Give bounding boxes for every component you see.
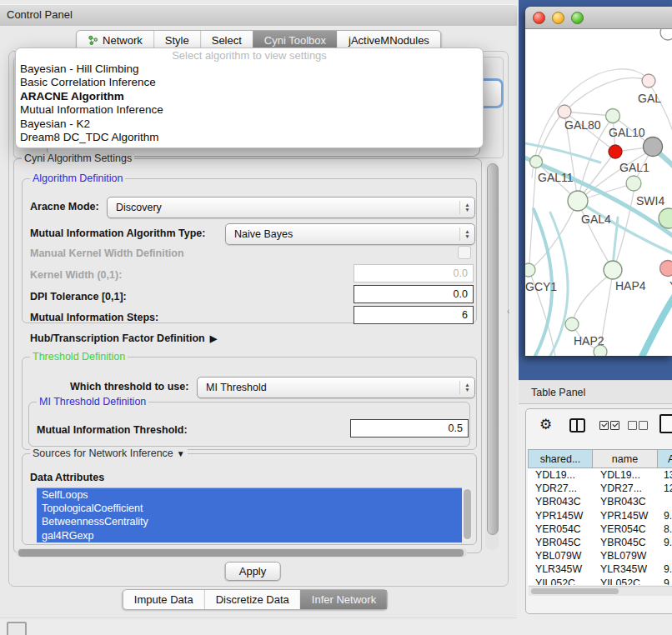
- mi-steps-field[interactable]: 6: [354, 306, 474, 324]
- network-node[interactable]: [594, 345, 607, 356]
- network-node-swi4[interactable]: [626, 176, 641, 191]
- node-label: GAL11: [538, 171, 574, 184]
- table-row-ydl19[interactable]: YDL19...YDL19...13: [528, 468, 672, 482]
- network-edge[interactable]: [532, 201, 578, 268]
- tab-impute-data[interactable]: Impute Data: [123, 590, 204, 609]
- node-label: GAL80: [564, 118, 601, 132]
- table-row-yer054c[interactable]: YER054CYER054C8.: [528, 522, 672, 536]
- collapsed-panel-button[interactable]: [7, 622, 27, 635]
- manual-kernel-width-label: Manual Kernel Width Definition: [30, 248, 184, 259]
- tab-discretize-data[interactable]: Discretize Data: [204, 590, 300, 609]
- table-panel-titlebar[interactable]: Table Panel: [519, 380, 672, 404]
- close-traffic-light-icon[interactable]: [533, 12, 545, 24]
- network-canvas[interactable]: GALGAL80GAL10GAL1SWI4GAL11GAL4GCY1HAP4YH…: [525, 29, 672, 356]
- export-table-icon[interactable]: [659, 414, 672, 433]
- network-node-hap4[interactable]: [604, 261, 622, 279]
- column-header-shared[interactable]: shared...: [528, 449, 593, 468]
- network-node-gal[interactable]: [642, 74, 655, 88]
- table-row-yil052c[interactable]: YIL052CYIL052C9.: [528, 577, 672, 586]
- network-window-titlebar[interactable]: [525, 7, 672, 29]
- table-cell: 9.: [658, 578, 672, 585]
- algorithm-dropdown-list: Bayesian - Hill ClimbingBasic Correlatio…: [16, 62, 483, 144]
- network-edge[interactable]: [642, 292, 672, 356]
- table-row-ydr27[interactable]: YDR27...YDR27...12: [528, 482, 672, 495]
- sources-title[interactable]: Sources for Network Inference▼: [30, 448, 188, 459]
- kernel-width-field[interactable]: 0.0: [354, 264, 474, 282]
- algorithm-item-dream8-dc-tdc-algorithm[interactable]: Dream8 DC_TDC Algorithm: [16, 131, 483, 144]
- algorithm-item-basic-correlation-inference[interactable]: Basic Correlation Inference: [16, 76, 483, 89]
- network-node-gal11[interactable]: [530, 156, 543, 168]
- control-panel-titlebar[interactable]: [0, 4, 517, 28]
- tab-label: Infer Network: [312, 593, 376, 606]
- table-horizontal-scrollbar[interactable]: [529, 586, 672, 596]
- deselect-all-checkbox-icon[interactable]: [639, 421, 648, 430]
- apply-button[interactable]: Apply: [225, 562, 281, 581]
- network-node[interactable]: [644, 138, 663, 157]
- show-columns-icon[interactable]: [569, 418, 585, 432]
- network-node-gal1[interactable]: [609, 145, 622, 158]
- tab-label: Discretize Data: [216, 593, 289, 606]
- table-cell: YBR045C: [528, 537, 593, 548]
- table-panel: ⚙ shared...nameA YDL19...YDL19...13YDR27…: [525, 408, 672, 614]
- manual-kernel-width-checkbox[interactable]: [458, 246, 471, 259]
- deselect-all-checkbox-icon[interactable]: [628, 421, 637, 430]
- horizontal-scrollbar-thumb[interactable]: [18, 549, 464, 557]
- network-node-gal10[interactable]: [606, 109, 620, 123]
- network-node-y[interactable]: [660, 261, 672, 277]
- attribute-item-gal4rgexp[interactable]: gal4RGexp: [37, 529, 462, 542]
- network-edge[interactable]: [536, 113, 563, 162]
- horizontal-scrollbar[interactable]: [17, 548, 467, 558]
- select-all-checkbox-icon[interactable]: [610, 421, 619, 430]
- attributes-scrollbar[interactable]: [462, 488, 473, 542]
- attribute-item-selfloops[interactable]: SelfLoops: [37, 488, 462, 502]
- dpi-tolerance-field[interactable]: 0.0: [354, 285, 474, 303]
- column-header-a[interactable]: A: [658, 449, 672, 468]
- minimize-traffic-light-icon[interactable]: [552, 12, 564, 24]
- table-cell: YIL052C: [593, 578, 658, 585]
- network-node-hap2[interactable]: [565, 318, 579, 331]
- table-cell: YLR345W: [528, 563, 593, 575]
- mi-threshold-field[interactable]: 0.5: [350, 419, 469, 438]
- tab-infer-network[interactable]: Infer Network: [300, 590, 387, 609]
- combo-stepper-icon: ▲▼: [459, 228, 474, 242]
- algorithm-item-mutual-information-inference[interactable]: Mutual Information Inference: [16, 103, 483, 117]
- which-threshold-combo[interactable]: MI Threshold ▲▼: [197, 377, 475, 398]
- network-window[interactable]: GALGAL80GAL10GAL1SWI4GAL11GAL4GCY1HAP4YH…: [525, 7, 672, 356]
- mi-algorithm-type-combo[interactable]: Naive Bayes ▲▼: [225, 223, 475, 245]
- zoom-traffic-light-icon[interactable]: [571, 12, 584, 24]
- network-edge[interactable]: [649, 82, 672, 134]
- aracne-mode-combo[interactable]: Discovery ▲▼: [107, 197, 475, 218]
- splitter-handle[interactable]: ‹: [507, 307, 509, 316]
- algorithm-item-bayesian-hill-climbing[interactable]: Bayesian - Hill Climbing: [16, 62, 483, 76]
- table-row-ypr145w[interactable]: YPR145WYPR145W9.: [528, 509, 672, 522]
- select-all-checkbox-icon[interactable]: [599, 421, 609, 430]
- mi-threshold-definition-title: MI Threshold Definition: [37, 396, 148, 408]
- attribute-item-topologicalcoefficient[interactable]: TopologicalCoefficient: [37, 502, 462, 515]
- network-node[interactable]: [660, 29, 672, 40]
- attribute-item-betweennesscentrality[interactable]: BetweennessCentrality: [37, 515, 462, 528]
- column-header-name[interactable]: name: [593, 449, 658, 468]
- network-node-gal80[interactable]: [558, 105, 571, 118]
- data-attributes-list[interactable]: SelfLoopsTopologicalCoefficientBetweenne…: [37, 488, 462, 542]
- data-attributes-label: Data Attributes: [30, 472, 104, 483]
- network-edge[interactable]: [578, 201, 672, 256]
- network-edge[interactable]: [564, 78, 644, 112]
- settings-scrollbar-thumb[interactable]: [487, 163, 499, 535]
- combo-stepper-icon: ▲▼: [459, 201, 474, 215]
- tab-label: Select: [212, 34, 242, 47]
- table-cell: YBR045C: [593, 537, 658, 548]
- tab-label: jActiveMNodules: [349, 34, 429, 47]
- network-node-gcy1[interactable]: [525, 263, 535, 277]
- hub-definition-toggle[interactable]: Hub/Transcription Factor Definition▶: [30, 332, 217, 344]
- algorithm-item-bayesian-k2[interactable]: Bayesian - K2: [16, 118, 483, 131]
- network-node-gal4[interactable]: [568, 191, 588, 211]
- table-row-ybr043c[interactable]: YBR043CYBR043C: [528, 495, 672, 508]
- algorithm-item-aracne-algorithm[interactable]: ARACNE Algorithm: [16, 90, 483, 103]
- table-row-ybl079w[interactable]: YBL079WYBL079W: [528, 549, 672, 562]
- gear-icon[interactable]: ⚙: [539, 416, 552, 433]
- cyni-algorithm-settings-title: Cyni Algorithm Settings: [22, 152, 134, 164]
- table-row-ylr345w[interactable]: YLR345WYLR345W9.: [528, 562, 672, 576]
- node-label: GCY1: [525, 280, 557, 293]
- table-row-ybr045c[interactable]: YBR045CYBR045C9.: [528, 536, 672, 549]
- table-horizontal-scrollbar-thumb[interactable]: [531, 588, 619, 594]
